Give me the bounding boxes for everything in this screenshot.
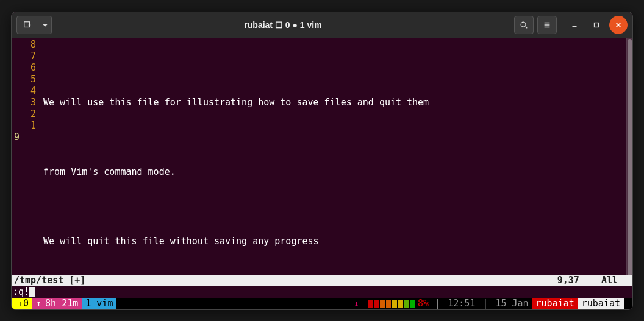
svg-rect-9	[595, 23, 599, 27]
search-button[interactable]	[514, 16, 534, 34]
tmux-uptime: 8h 21m	[45, 298, 78, 309]
tmux-window-label: 1 vim	[85, 298, 113, 309]
scrollbar-thumb[interactable]	[628, 39, 632, 275]
battery-percent: 8%	[418, 298, 429, 309]
current-line-number: 9	[12, 132, 36, 143]
svg-line-4	[526, 26, 528, 28]
titlebar-right-controls	[514, 16, 628, 34]
tmux-uptime-segment: ↑ 8h 21m	[32, 298, 82, 309]
tmux-time-segment: 12:51	[444, 298, 479, 309]
battery-icon	[368, 300, 415, 308]
line-number: 8	[12, 39, 36, 51]
arrow-up-icon: ↑	[36, 298, 41, 309]
titlebar-left-buttons	[16, 16, 52, 34]
titlebar: rubaiat ☐ 0 ● 1 vim	[12, 12, 632, 38]
tmux-user-segment: rubaiat	[532, 298, 578, 309]
status-cursor-pos: 9,37	[557, 275, 579, 286]
tmux-sep: |	[479, 298, 492, 309]
command-text: :q!	[13, 286, 29, 297]
buffer-line	[43, 62, 632, 74]
vim-status-line: /tmp/test [+] 9,37 All	[12, 275, 632, 286]
svg-point-3	[521, 22, 526, 27]
svg-rect-0	[24, 21, 30, 27]
buffer-line: from Vim's command mode.	[43, 166, 632, 178]
terminal-window: rubaiat ☐ 0 ● 1 vim 8 7 6 5 4	[11, 12, 633, 310]
tmux-date-segment: 15 Jan	[492, 298, 532, 309]
tmux-battery-segment: 8%	[363, 298, 431, 309]
buffer-content: We will use this file for illustrating h…	[43, 39, 632, 275]
maximize-icon	[592, 21, 601, 29]
tmux-sep: |	[431, 298, 444, 309]
scrollbar[interactable]	[626, 38, 632, 275]
minimize-icon	[570, 21, 579, 29]
tmux-session-index: 0	[23, 298, 29, 309]
line-number: 1	[12, 120, 36, 132]
tmux-net-segment: ↓	[350, 298, 363, 309]
menu-button[interactable]	[537, 16, 557, 34]
vim-command-line[interactable]: :q!	[12, 286, 632, 298]
new-tab-button[interactable]	[16, 16, 38, 34]
tmux-time: 12:51	[448, 298, 475, 309]
cursor-icon	[29, 287, 35, 297]
tmux-host-segment: rubaiat	[578, 298, 624, 309]
buffer-line: We will use this file for illustrating h…	[43, 97, 632, 108]
editor-area[interactable]: 8 7 6 5 4 3 2 1 9 We will use this file …	[12, 38, 632, 275]
window-title: rubaiat ☐ 0 ● 1 vim	[55, 20, 510, 30]
maximize-button[interactable]	[587, 16, 606, 34]
tmux-date: 15 Jan	[495, 298, 528, 309]
new-tab-icon	[23, 21, 32, 29]
tmux-window-segment[interactable]: 1 vim	[82, 298, 116, 309]
search-icon	[520, 21, 528, 29]
line-number: 7	[12, 51, 36, 62]
line-number: 6	[12, 62, 36, 74]
line-number: 5	[12, 74, 36, 85]
close-button[interactable]	[609, 16, 628, 34]
hamburger-icon	[543, 21, 551, 29]
line-number: 2	[12, 108, 36, 120]
chevron-down-icon	[41, 21, 49, 29]
new-tab-menu-button[interactable]	[38, 16, 52, 34]
buffer-line	[43, 132, 632, 143]
line-number-gutter: 8 7 6 5 4 3 2 1 9	[12, 39, 43, 275]
buffer-line	[43, 201, 632, 213]
prefix-indicator-icon: ☐	[15, 298, 21, 309]
arrow-down-icon: ↓	[354, 298, 359, 309]
status-filename: /tmp/test [+]	[14, 275, 85, 286]
minimize-button[interactable]	[565, 16, 584, 34]
tmux-host: rubaiat	[582, 298, 620, 309]
line-number: 3	[12, 97, 36, 108]
buffer-line	[43, 270, 632, 275]
close-icon	[614, 21, 623, 29]
buffer-line: We will quit this file without saving an…	[43, 236, 632, 247]
line-number: 4	[12, 85, 36, 97]
tmux-user: rubaiat	[536, 298, 574, 309]
tmux-session-segment[interactable]: ☐ 0	[12, 298, 32, 309]
status-scroll: All	[601, 275, 618, 286]
tmux-status-bar: ☐ 0 ↑ 8h 21m 1 vim ↓	[12, 298, 632, 309]
